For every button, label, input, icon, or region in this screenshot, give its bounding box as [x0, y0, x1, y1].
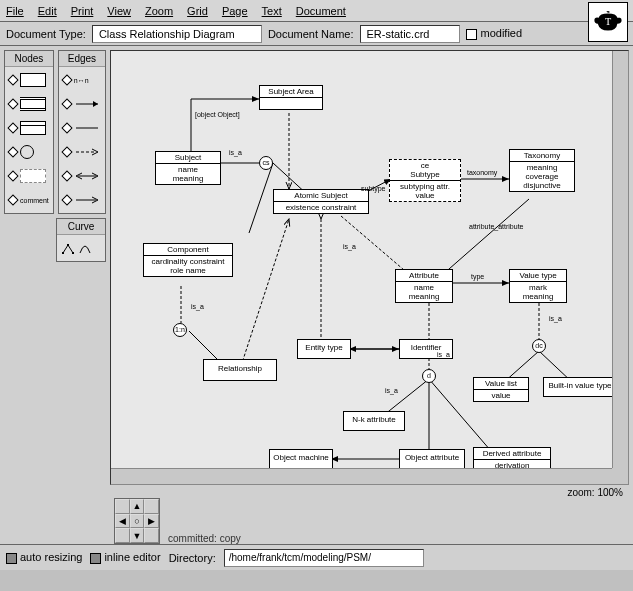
label-subtype: subtype	[361, 185, 386, 192]
palette-edges: Edges n↔n	[58, 50, 106, 214]
svg-line-26	[241, 219, 289, 366]
menu-page[interactable]: Page	[222, 5, 248, 17]
nav-down[interactable]: ▼	[130, 528, 145, 543]
label-taxonomy: taxonomy	[467, 169, 497, 176]
svg-line-20	[441, 199, 529, 276]
node-attribute[interactable]: Attributenamemeaning	[395, 269, 453, 303]
menu-edit[interactable]: Edit	[38, 5, 57, 17]
node-subjectarea[interactable]: Subject Area	[259, 85, 323, 110]
label-isa3: is_a	[343, 243, 356, 250]
curve-icon	[78, 241, 92, 255]
diamond-icon	[61, 194, 72, 205]
menu-print[interactable]: Print	[71, 5, 94, 17]
inlineeditor-toggle[interactable]: inline editor	[90, 551, 160, 564]
junction-dc[interactable]: dc	[532, 339, 546, 353]
junction-1n[interactable]: 1:n	[173, 323, 187, 337]
zoom-label: zoom: 100%	[110, 485, 629, 498]
node-subtype[interactable]: ceSubtypesubtyping attr. value	[389, 159, 461, 202]
directory-field[interactable]	[224, 549, 424, 567]
menu-zoom[interactable]: Zoom	[145, 5, 173, 17]
autoresize-toggle[interactable]: auto resizing	[6, 551, 82, 564]
nav-right[interactable]: ▶	[144, 514, 159, 529]
node-tool-1[interactable]	[7, 69, 51, 91]
dashed-rect-icon	[20, 169, 46, 183]
diamond-icon	[7, 98, 18, 109]
comment-label: comment	[20, 197, 49, 204]
info-bar: Document Type: Class Relationship Diagra…	[0, 22, 633, 46]
node-nkattr[interactable]: N-k attribute	[343, 411, 405, 431]
commit-status: committed: copy	[164, 531, 241, 544]
node-builtin[interactable]: Built-in value type	[543, 377, 617, 397]
junction-cs[interactable]: cs	[259, 156, 273, 170]
diagram-surface[interactable]: Subject Area [object Object] Subjectname…	[111, 51, 612, 468]
node-valuelist[interactable]: Value listvalue	[473, 377, 529, 402]
node-taxonomy[interactable]: Taxonomymeaningcoveragedisjunctive	[509, 149, 575, 192]
docname-field[interactable]: ER-static.crd	[360, 25, 460, 43]
label-attrattr: attribute_attribute	[469, 223, 523, 230]
nav-blank	[144, 528, 159, 543]
label-isa5: is_a	[385, 387, 398, 394]
doctype-label: Document Type:	[6, 28, 86, 40]
svg-marker-2	[93, 101, 98, 107]
palette-curve-title: Curve	[57, 219, 105, 235]
horizontal-scrollbar[interactable]	[111, 468, 612, 484]
node-entitytype[interactable]: Entity type	[297, 339, 351, 359]
diamond-icon	[7, 194, 18, 205]
canvas-wrap: Subject Area [object Object] Subjectname…	[110, 46, 633, 544]
node-valuetype[interactable]: Value typemarkmeaning	[509, 269, 567, 303]
arrowline-icon	[74, 195, 100, 205]
node-tool-comment[interactable]: comment	[7, 189, 51, 211]
junction-d[interactable]: d	[422, 369, 436, 383]
diamond-icon	[61, 170, 72, 181]
palette-curve: Curve	[56, 218, 106, 262]
node-objmachine[interactable]: Object machine	[269, 449, 333, 469]
palette-nodes: Nodes comment	[4, 50, 54, 214]
diamond-icon	[61, 146, 72, 157]
nav-left[interactable]: ◀	[115, 514, 130, 529]
double-rect-icon	[20, 97, 46, 111]
diamond-icon	[61, 98, 72, 109]
menu-document[interactable]: Document	[296, 5, 346, 17]
menu-text[interactable]: Text	[262, 5, 282, 17]
edge-tool-3[interactable]	[61, 117, 103, 139]
nav-up[interactable]: ▲	[130, 499, 145, 514]
node-component[interactable]: Componentcardinality constraintrole name	[143, 243, 233, 277]
menu-bar: File Edit Print View Zoom Grid Page Text…	[0, 0, 633, 22]
curve-tool[interactable]	[59, 237, 103, 259]
canvas[interactable]: Subject Area [object Object] Subjectname…	[110, 50, 629, 485]
node-atomicsubject[interactable]: Atomic Subjectexistence constraint	[273, 189, 369, 214]
work-area: Nodes comment Edges n↔n	[0, 46, 633, 544]
menu-view[interactable]: View	[107, 5, 131, 17]
svg-line-17	[189, 331, 219, 361]
dash-arrow-icon	[74, 147, 100, 157]
nav-center[interactable]: ○	[130, 514, 145, 529]
node-tool-3[interactable]	[7, 117, 51, 139]
bidир-icon	[74, 171, 100, 181]
svg-rect-7	[62, 252, 64, 254]
modified-checkbox[interactable]: modified	[466, 27, 523, 40]
svg-line-15	[249, 163, 273, 233]
node-subject[interactable]: Subjectnamemeaning	[155, 151, 221, 185]
edge-tool-4[interactable]	[61, 141, 103, 163]
node-tool-4[interactable]	[7, 141, 51, 163]
nav-blank	[144, 499, 159, 514]
status-bar: auto resizing inline editor Directory:	[0, 544, 633, 570]
menu-file[interactable]: File	[6, 5, 24, 17]
edge-tool-6[interactable]	[61, 189, 103, 211]
menu-grid[interactable]: Grid	[187, 5, 208, 17]
diamond-icon	[7, 74, 18, 85]
segment-icon	[61, 241, 75, 255]
doctype-field: Class Relationship Diagram	[92, 25, 262, 43]
edge-tool-5[interactable]	[61, 165, 103, 187]
circle-icon	[20, 145, 34, 159]
edge-tool-1[interactable]: n↔n	[61, 69, 103, 91]
palette-nodes-title: Nodes	[5, 51, 53, 67]
label-isa2: is_a	[191, 303, 204, 310]
nav-buttons: ▲ ◀ ○ ▶ ▼	[114, 498, 160, 544]
edge-tool-2[interactable]	[61, 93, 103, 115]
vertical-scrollbar[interactable]	[612, 51, 628, 468]
node-relationship[interactable]: Relationship	[203, 359, 277, 381]
node-tool-2[interactable]	[7, 93, 51, 115]
node-tool-5[interactable]	[7, 165, 51, 187]
node-objattr[interactable]: Object attribute	[399, 449, 465, 469]
